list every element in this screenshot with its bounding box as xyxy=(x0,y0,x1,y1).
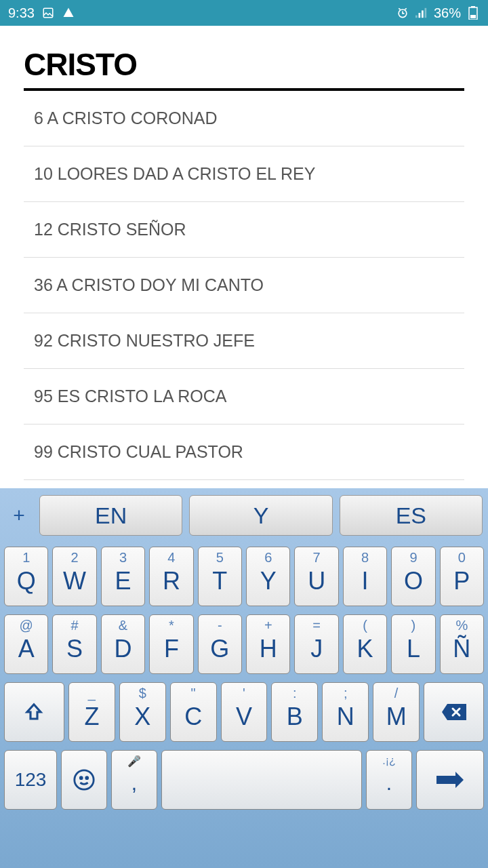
suggestion-row: + EN Y ES xyxy=(0,488,488,542)
key-space[interactable] xyxy=(161,750,362,810)
content-area: CRISTO 6 A CRISTO CORONAD 10 LOORES DAD … xyxy=(0,26,488,488)
key-dot[interactable]: .¡¿ . xyxy=(366,750,412,810)
svg-rect-3 xyxy=(418,13,420,18)
keyboard: + EN Y ES 1Q 2W 3E 4R 5T 6Y 7U 8I 9O 0P … xyxy=(0,488,488,868)
key-enter[interactable] xyxy=(416,750,484,810)
list-item[interactable]: 6 A CRISTO CORONAD xyxy=(24,91,464,146)
list-item[interactable]: 10 LOORES DAD A CRISTO EL REY xyxy=(24,146,464,202)
image-icon xyxy=(41,6,55,20)
key-z[interactable]: _Z xyxy=(68,682,115,742)
key-l[interactable]: )L xyxy=(391,614,435,674)
emoji-icon xyxy=(73,768,96,791)
expand-button[interactable]: + xyxy=(5,495,33,536)
key-d[interactable]: &D xyxy=(101,614,145,674)
key-comma[interactable]: 🎤 , xyxy=(111,750,157,810)
key-emoji[interactable] xyxy=(61,750,107,810)
key-ñ[interactable]: %Ñ xyxy=(440,614,484,674)
key-v[interactable]: 'V xyxy=(221,682,268,742)
key-x[interactable]: $X xyxy=(119,682,166,742)
warning-icon xyxy=(62,6,75,20)
key-t[interactable]: 5T xyxy=(198,547,242,606)
key-shift[interactable] xyxy=(4,682,64,742)
key-row-3: _Z $X "C 'V :B ;N /M xyxy=(0,678,488,746)
list-item[interactable]: 99 CRISTO CUAL PASTOR xyxy=(24,425,464,480)
hymn-list[interactable]: 6 A CRISTO CORONAD 10 LOORES DAD A CRIST… xyxy=(24,91,464,480)
key-row-2: @A #S &D *F -G +H =J (K )L %Ñ xyxy=(0,610,488,678)
status-right: 36% xyxy=(396,5,480,21)
status-left: 9:33 xyxy=(8,5,75,21)
key-row-1: 1Q 2W 3E 4R 5T 6Y 7U 8I 9O 0P xyxy=(0,542,488,610)
alarm-icon xyxy=(396,6,409,20)
key-w[interactable]: 2W xyxy=(52,547,96,606)
key-u[interactable]: 7U xyxy=(294,547,338,606)
svg-rect-8 xyxy=(470,15,476,18)
page-title: CRISTO xyxy=(24,46,464,91)
svg-rect-2 xyxy=(415,16,418,18)
key-k[interactable]: (K xyxy=(343,614,387,674)
key-c[interactable]: "C xyxy=(170,682,217,742)
svg-rect-5 xyxy=(424,8,426,18)
key-g[interactable]: -G xyxy=(198,614,242,674)
list-item[interactable]: 12 CRISTO SEÑOR xyxy=(24,202,464,258)
suggestion-1[interactable]: EN xyxy=(39,495,182,536)
backspace-icon xyxy=(441,702,468,722)
svg-rect-4 xyxy=(422,10,424,18)
suggestion-2[interactable]: Y xyxy=(189,495,332,536)
signal-icon xyxy=(415,6,428,20)
shift-icon xyxy=(24,701,44,723)
key-q[interactable]: 1Q xyxy=(4,547,48,606)
key-i[interactable]: 8I xyxy=(343,547,387,606)
list-item[interactable]: 36 A CRISTO DOY MI CANTO xyxy=(24,258,464,313)
key-f[interactable]: *F xyxy=(149,614,193,674)
key-r[interactable]: 4R xyxy=(149,547,193,606)
key-e[interactable]: 3E xyxy=(101,547,145,606)
svg-point-11 xyxy=(86,777,88,779)
battery-percent: 36% xyxy=(434,5,461,21)
key-m[interactable]: /M xyxy=(373,682,420,742)
key-row-4: 123 🎤 , .¡¿ . xyxy=(0,746,488,814)
list-item[interactable]: 95 ES CRISTO LA ROCA xyxy=(24,369,464,425)
battery-icon xyxy=(466,6,480,20)
svg-point-9 xyxy=(75,770,94,789)
key-h[interactable]: +H xyxy=(246,614,290,674)
key-s[interactable]: #S xyxy=(52,614,96,674)
status-time: 9:33 xyxy=(8,5,35,21)
svg-point-10 xyxy=(80,777,82,779)
key-n[interactable]: ;N xyxy=(322,682,369,742)
key-p[interactable]: 0P xyxy=(440,547,484,606)
key-a[interactable]: @A xyxy=(4,614,48,674)
key-symbols[interactable]: 123 xyxy=(4,750,57,810)
svg-rect-0 xyxy=(43,8,53,18)
key-backspace[interactable] xyxy=(424,682,484,742)
suggestion-3[interactable]: ES xyxy=(340,495,483,536)
key-o[interactable]: 9O xyxy=(391,547,435,606)
mic-icon: 🎤 xyxy=(127,755,141,768)
key-j[interactable]: =J xyxy=(294,614,338,674)
arrow-right-icon xyxy=(435,770,465,789)
key-b[interactable]: :B xyxy=(271,682,318,742)
list-item[interactable]: 92 CRISTO NUESTRO JEFE xyxy=(24,313,464,369)
status-bar: 9:33 36% xyxy=(0,0,488,26)
key-y[interactable]: 6Y xyxy=(246,547,290,606)
